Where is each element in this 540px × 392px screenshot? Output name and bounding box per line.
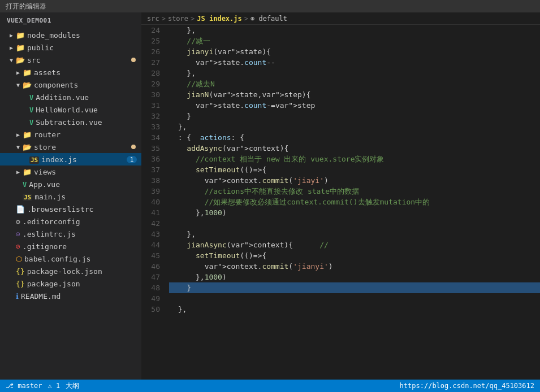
- code-line-47: },1000): [169, 272, 540, 282]
- tree-icon-src: 📂: [16, 56, 25, 64]
- code-line-39: //actions中不能直接去修改 state中的数据: [169, 186, 540, 197]
- code-line-27: var">state.count--: [169, 57, 540, 68]
- tree-item-README.md[interactable]: ℹREADME.md: [0, 290, 141, 302]
- code-line-28: },: [169, 68, 540, 79]
- line-num-36: 36: [146, 154, 160, 164]
- tree-label-router: router: [34, 130, 61, 139]
- tree-label-store: store: [34, 143, 56, 151]
- tree-label-.gitignore: .gitignore: [23, 242, 67, 251]
- tree-label-index.js: index.js: [41, 155, 77, 164]
- line-num-33: 33: [146, 121, 160, 132]
- tree-item-HelloWorld.vue[interactable]: VHelloWorld.vue: [0, 103, 141, 116]
- code-line-38: var">context.commit('jiayi'): [169, 175, 540, 186]
- line-num-37: 37: [146, 164, 160, 175]
- tree-icon-.browserslistrc: 📄: [16, 205, 25, 214]
- breadcrumb-bar: src > store > JS index.js > ⊕ default: [141, 12, 540, 25]
- tree-arrow-node_modules: ▶: [7, 32, 16, 38]
- tree-item-router[interactable]: ▶📁router: [0, 128, 141, 141]
- tree-icon-index.js: JS: [29, 155, 39, 164]
- line-num-40: 40: [146, 197, 160, 207]
- tree-item-node_modules[interactable]: ▶📁node_modules: [0, 29, 141, 41]
- line-num-46: 46: [146, 261, 160, 272]
- code-line-32: }: [169, 111, 540, 121]
- tree-arrow-components: ▼: [14, 82, 23, 88]
- code-line-40: //如果想要修改必须通过context.commit()去触发mutation中…: [169, 197, 540, 207]
- tree-label-package.json: package.json: [27, 280, 80, 288]
- line-num-49: 49: [146, 293, 160, 304]
- tree-item-package.json[interactable]: {}package.json: [0, 277, 141, 290]
- tree-item-Subtraction.vue[interactable]: VSubtraction.vue: [0, 116, 141, 128]
- status-left: ⎇ master ⚠ 1 大纲: [6, 381, 79, 391]
- tree-label-assets: assets: [34, 68, 61, 77]
- tree-item-.browserslistrc[interactable]: 📄.browserslistrc: [0, 203, 141, 215]
- tree-label-package-lock.json: package-lock.json: [27, 267, 102, 276]
- status-bar: ⎇ master ⚠ 1 大纲 https://blog.csdn.net/qq…: [0, 380, 540, 392]
- tree-item-public[interactable]: ▶📁public: [0, 41, 141, 54]
- line-num-26: 26: [146, 46, 160, 57]
- title-bar: 打开的编辑器: [0, 0, 540, 12]
- tree-icon-.gitignore: ⊘: [16, 242, 20, 251]
- line-num-43: 43: [146, 229, 160, 239]
- line-num-30: 30: [146, 89, 160, 100]
- line-num-32: 32: [146, 111, 160, 121]
- code-line-34: : { actions: {: [169, 132, 540, 143]
- tree-icon-Addition.vue: V: [29, 93, 33, 102]
- tree-item-.editorconfig[interactable]: ⚙.editorconfig: [0, 215, 141, 228]
- dot-badge-src: [131, 58, 136, 62]
- tree-item-index.js[interactable]: JSindex.js1: [0, 153, 141, 165]
- line-numbers: 2425262728293031323334353637383940414243…: [141, 25, 167, 380]
- tree-arrow-store: ▼: [14, 144, 23, 150]
- tree-item-src[interactable]: ▼📂src: [0, 54, 141, 66]
- tree-item-package-lock.json[interactable]: {}package-lock.json: [0, 265, 141, 277]
- tree-icon-store: 📂: [23, 143, 32, 151]
- code-line-36: //context 相当于 new 出来的 vuex.store实例对象: [169, 154, 540, 164]
- line-num-44: 44: [146, 239, 160, 250]
- line-num-25: 25: [146, 36, 160, 46]
- tree-label-App.vue: App.vue: [29, 180, 60, 189]
- breadcrumb-store: store: [168, 15, 188, 23]
- file-tree: ▶📁node_modules▶📁public▼📂src▶📁assets▼📂com…: [0, 29, 141, 302]
- sep2: >: [191, 15, 195, 23]
- tree-item-App.vue[interactable]: VApp.vue: [0, 178, 141, 190]
- tree-icon-views: 📁: [23, 168, 32, 176]
- tree-item-assets[interactable]: ▶📁assets: [0, 66, 141, 79]
- code-line-25: //减一: [169, 36, 540, 46]
- line-num-34: 34: [146, 132, 160, 143]
- code-line-35: addAsync(var">context){: [169, 143, 540, 154]
- tree-icon-router: 📁: [23, 130, 32, 139]
- code-line-42: [169, 218, 540, 229]
- tree-item-babel.config.js[interactable]: ⬡babel.config.js: [0, 252, 141, 265]
- line-num-24: 24: [146, 25, 160, 36]
- tree-item-store[interactable]: ▼📂store: [0, 141, 141, 153]
- tree-label-src: src: [27, 56, 40, 64]
- code-line-24: },: [169, 25, 540, 36]
- code-line-37: setTimeout(()=>{: [169, 164, 540, 175]
- tree-item-.gitignore[interactable]: ⊘.gitignore: [0, 240, 141, 252]
- line-num-28: 28: [146, 68, 160, 79]
- tree-item-components[interactable]: ▼📂components: [0, 79, 141, 91]
- tree-label-HelloWorld.vue: HelloWorld.vue: [36, 106, 98, 114]
- sidebar: VUEX_DEMO01 ▶📁node_modules▶📁public▼📂src▶…: [0, 12, 141, 380]
- badge-index.js: 1: [127, 156, 137, 163]
- line-num-35: 35: [146, 143, 160, 154]
- line-num-38: 38: [146, 175, 160, 186]
- code-line-44: jianAsync(var">context){ //: [169, 239, 540, 250]
- sep1: >: [162, 15, 166, 23]
- title-label: 打开的编辑器: [6, 2, 46, 11]
- code-line-46: var">context.commit('jianyi'): [169, 261, 540, 272]
- tree-item-views[interactable]: ▶📁views: [0, 165, 141, 178]
- code-line-29: //减去N: [169, 79, 540, 89]
- tree-label-Addition.vue: Addition.vue: [36, 93, 89, 102]
- line-num-50: 50: [146, 304, 160, 315]
- tree-icon-package.json: {}: [16, 280, 25, 288]
- project-name: VUEX_DEMO01: [0, 12, 141, 29]
- code-line-41: },1000): [169, 207, 540, 218]
- line-num-41: 41: [146, 207, 160, 218]
- tree-arrow-public: ▶: [7, 45, 16, 51]
- tree-item-main.js[interactable]: JSmain.js: [0, 190, 141, 203]
- tree-arrow-views: ▶: [14, 169, 23, 175]
- tree-item-Addition.vue[interactable]: VAddition.vue: [0, 91, 141, 103]
- tree-item-.eslintrc.js[interactable]: ⊙.eslintrc.js: [0, 228, 141, 240]
- code-area[interactable]: 2425262728293031323334353637383940414243…: [141, 25, 540, 380]
- code-line-31: var">state.count-=var">step: [169, 100, 540, 111]
